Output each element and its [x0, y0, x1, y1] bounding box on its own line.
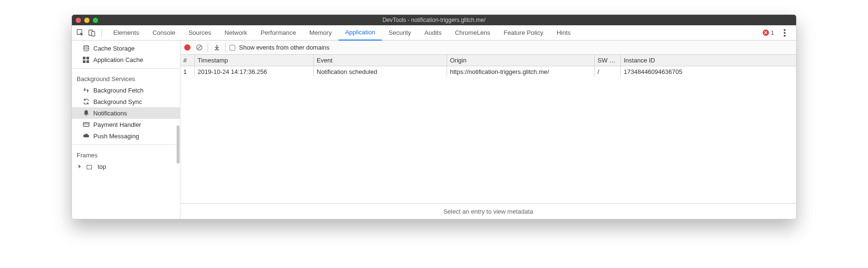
sidebar-item-label: Background Sync	[93, 98, 142, 105]
tab-elements[interactable]: Elements	[107, 25, 146, 41]
svg-rect-2	[92, 31, 95, 36]
table-cell: Notification scheduled	[314, 66, 447, 77]
sidebar-item-label: Payment Handler	[93, 121, 141, 128]
sidebar-item-label: top	[98, 163, 106, 170]
db-icon	[82, 45, 90, 52]
svg-rect-9	[83, 123, 89, 126]
sidebar-header-background-services: Background Services	[72, 72, 180, 84]
sidebar-item-background-sync[interactable]: Background Sync	[72, 96, 180, 107]
svg-point-8	[85, 114, 87, 116]
tab-chromelens[interactable]: ChromeLens	[448, 25, 497, 41]
col-header-instance-id[interactable]: Instance ID	[621, 55, 796, 66]
show-other-domains-checkbox[interactable]: Show events from other domains	[229, 44, 329, 51]
table-cell: 17348446094636705	[621, 66, 796, 77]
table-cell: /	[595, 66, 621, 77]
sidebar-item-push-messaging[interactable]: Push Messaging	[72, 130, 180, 142]
checkbox-label: Show events from other domains	[239, 44, 329, 51]
window-close-button[interactable]	[76, 18, 81, 23]
error-icon: ✕	[763, 30, 769, 36]
tab-sources[interactable]: Sources	[182, 25, 218, 41]
divider	[72, 144, 180, 145]
table-header: # Timestamp Event Origin SW … Instance I…	[180, 55, 796, 66]
error-count: 1	[771, 29, 774, 36]
svg-point-3	[84, 45, 89, 47]
sidebar-item-background-fetch[interactable]: Background Fetch	[72, 84, 180, 96]
save-button[interactable]	[212, 43, 221, 52]
sidebar-item-frame-top[interactable]: top	[72, 161, 180, 172]
record-button[interactable]	[184, 44, 190, 51]
col-header-sw-scope[interactable]: SW …	[595, 55, 621, 66]
application-sidebar[interactable]: Cache Storage Application Cache Backgrou…	[72, 41, 180, 219]
table-cell: 2019-10-24 14:17:36.256	[195, 66, 314, 77]
inspect-icon[interactable]	[76, 28, 85, 38]
divider	[208, 43, 208, 52]
window-zoom-button[interactable]	[93, 18, 98, 23]
table-cell: https://notification-triggers.glitch.me/	[447, 66, 595, 77]
svg-rect-7	[87, 60, 90, 63]
events-table: # Timestamp Event Origin SW … Instance I…	[180, 55, 796, 204]
tab-audits[interactable]: Audits	[418, 25, 448, 41]
sidebar-header-frames: Frames	[72, 149, 180, 161]
tab-hints[interactable]: Hints	[550, 25, 578, 41]
tab-security[interactable]: Security	[382, 25, 418, 41]
sync-icon	[82, 98, 90, 105]
divider	[72, 68, 180, 69]
window-title: DevTools - notification-triggers.glitch.…	[72, 17, 796, 23]
table-row[interactable]: 12019-10-24 14:17:36.256Notification sch…	[180, 66, 796, 77]
clear-button[interactable]	[194, 43, 204, 52]
tab-memory[interactable]: Memory	[303, 25, 339, 41]
error-count-badge[interactable]: ✕ 1	[763, 29, 774, 36]
sidebar-item-label: Application Cache	[93, 56, 143, 63]
col-header-timestamp[interactable]: Timestamp	[195, 55, 314, 66]
window-minimize-button[interactable]	[84, 18, 90, 23]
tabbar-right: ✕ 1	[763, 28, 792, 38]
main-body: Cache Storage Application Cache Backgrou…	[72, 41, 796, 219]
devtools-tabbar: ElementsConsoleSourcesNetworkPerformance…	[72, 25, 796, 41]
card-icon	[82, 121, 90, 128]
sidebar-item-label: Push Messaging	[93, 133, 139, 140]
sidebar-item-notifications[interactable]: Notifications	[72, 107, 180, 119]
sidebar-item-label: Background Fetch	[93, 87, 144, 94]
metadata-hint: Select an entry to view metadata	[180, 204, 796, 219]
more-menu-icon[interactable]	[784, 32, 786, 34]
window-titlebar: DevTools - notification-triggers.glitch.…	[72, 15, 796, 25]
svg-line-12	[197, 46, 201, 50]
sidebar-item-cache-storage[interactable]: Cache Storage	[72, 42, 180, 54]
sidebar-item-application-cache[interactable]: Application Cache	[72, 54, 180, 65]
tab-console[interactable]: Console	[146, 25, 182, 41]
frame-icon	[87, 165, 92, 169]
tab-application[interactable]: Application	[339, 25, 382, 41]
checkbox-icon	[229, 45, 235, 51]
tab-feature-policy[interactable]: Feature Policy	[497, 25, 550, 41]
device-toggle-icon[interactable]	[87, 28, 97, 38]
divider	[225, 43, 226, 52]
events-toolbar: Show events from other domains	[180, 41, 796, 55]
bell-icon	[82, 110, 90, 117]
window-controls	[76, 18, 98, 23]
scrollbar-thumb[interactable]	[177, 125, 180, 164]
svg-rect-4	[83, 57, 86, 60]
sidebar-item-payment-handler[interactable]: Payment Handler	[72, 119, 180, 130]
divider	[101, 29, 102, 37]
sidebar-item-label: Notifications	[93, 110, 127, 117]
table-body[interactable]: 12019-10-24 14:17:36.256Notification sch…	[180, 66, 796, 204]
main-panel: Show events from other domains # Timesta…	[180, 41, 796, 219]
tab-network[interactable]: Network	[218, 25, 254, 41]
svg-rect-5	[87, 57, 90, 60]
fetch-icon	[82, 87, 90, 94]
sidebar-item-label: Cache Storage	[93, 45, 135, 52]
expand-icon[interactable]	[79, 165, 81, 168]
table-cell: 1	[180, 66, 195, 77]
col-header-event[interactable]: Event	[314, 55, 447, 66]
col-header-index[interactable]: #	[180, 55, 195, 66]
svg-rect-6	[83, 60, 86, 63]
col-header-origin[interactable]: Origin	[447, 55, 595, 66]
tab-performance[interactable]: Performance	[254, 25, 302, 41]
cloud-icon	[82, 133, 90, 140]
grid-icon	[82, 56, 90, 63]
panel-tabs: ElementsConsoleSourcesNetworkPerformance…	[107, 25, 761, 41]
